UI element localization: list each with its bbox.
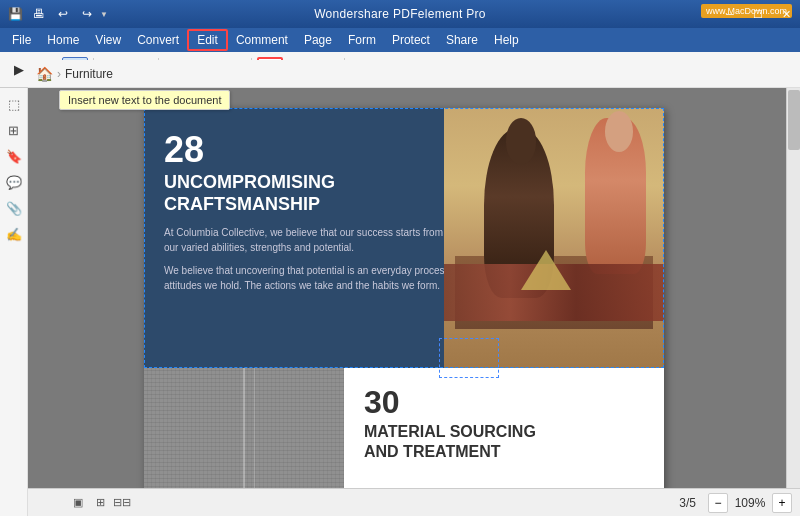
menu-page[interactable]: Page <box>296 29 340 51</box>
sidebar-signature[interactable]: ✍ <box>2 222 26 246</box>
titlebar: 💾 🖶 ↩ ↪ ▼ Wondershare PDFelement Pro www… <box>0 0 800 28</box>
quick-access-toolbar: 💾 🖶 ↩ ↪ ▼ <box>0 0 108 28</box>
zoom-level: 109% <box>732 496 768 510</box>
menubar: File Home View Convert Edit Comment Page… <box>0 28 800 52</box>
breadcrumb-separator: › <box>57 67 61 81</box>
sidebar-attachment[interactable]: 📎 <box>2 196 26 220</box>
continuous-view-button[interactable]: ⊟⊟ <box>112 493 132 513</box>
page-indicator: 3/5 <box>679 496 696 510</box>
save-button[interactable]: 💾 <box>4 3 26 25</box>
menu-home[interactable]: Home <box>39 29 87 51</box>
window-controls: ─ ☐ ✕ <box>716 0 800 28</box>
zoom-in-button[interactable]: + <box>772 493 792 513</box>
menu-edit[interactable]: Edit <box>187 29 228 51</box>
home-icon[interactable]: 🏠 <box>36 66 53 82</box>
menu-share[interactable]: Share <box>438 29 486 51</box>
page-view-controls: ▣ ⊞ ⊟⊟ <box>68 493 132 513</box>
menu-file[interactable]: File <box>4 29 39 51</box>
sidebar-select-tool[interactable]: ⬚ <box>2 92 26 116</box>
bottom-bar: ▣ ⊞ ⊟⊟ 3/5 − 109% + <box>28 488 800 516</box>
double-page-view-button[interactable]: ⊞ <box>90 493 110 513</box>
minimize-button[interactable]: ─ <box>716 0 744 28</box>
breadcrumb-path: Furniture <box>65 67 113 81</box>
tooltip: Insert new text to the document <box>59 90 230 110</box>
triangle-ruler <box>521 250 571 290</box>
close-button[interactable]: ✕ <box>772 0 800 28</box>
menu-form[interactable]: Form <box>340 29 384 51</box>
page-number-30: 30 <box>364 384 644 421</box>
menu-convert[interactable]: Convert <box>129 29 187 51</box>
scroll-thumb[interactable] <box>788 90 800 150</box>
sidebar-comment[interactable]: 💬 <box>2 170 26 194</box>
breadcrumb-bar: 🏠 › Furniture <box>28 60 800 88</box>
sidebar-thumbnail[interactable]: ⊞ <box>2 118 26 142</box>
section-title-sourcing: MATERIAL SOURCING <box>364 423 644 441</box>
menu-comment[interactable]: Comment <box>228 29 296 51</box>
pdf-page: 28 UNCOMPROMISINGCRAFTSMANSHIP At Columb… <box>144 108 664 516</box>
undo-button[interactable]: ↩ <box>52 3 74 25</box>
menu-view[interactable]: View <box>87 29 129 51</box>
vertical-scrollbar[interactable] <box>786 88 800 488</box>
menu-help[interactable]: Help <box>486 29 527 51</box>
maximize-button[interactable]: ☐ <box>744 0 772 28</box>
quick-access-dropdown[interactable]: ▼ <box>100 10 108 19</box>
workshop-image <box>444 108 664 368</box>
app-title: Wondershare PDFelement Pro <box>314 7 486 21</box>
sidebar-bookmark[interactable]: 🔖 <box>2 144 26 168</box>
single-page-view-button[interactable]: ▣ <box>68 493 88 513</box>
menu-protect[interactable]: Protect <box>384 29 438 51</box>
main-area: 28 UNCOMPROMISINGCRAFTSMANSHIP At Columb… <box>28 88 800 516</box>
object-selection-handle[interactable] <box>439 338 499 378</box>
figure-2-head <box>605 111 634 153</box>
section-subtitle: AND TREATMENT <box>364 443 644 461</box>
redo-button[interactable]: ↪ <box>76 3 98 25</box>
print-button[interactable]: 🖶 <box>28 3 50 25</box>
zoom-out-button[interactable]: − <box>708 493 728 513</box>
top-section: 28 UNCOMPROMISINGCRAFTSMANSHIP At Columb… <box>144 108 664 368</box>
workshop-scene-graphic <box>444 108 664 368</box>
left-sidebar: ⬚ ⊞ 🔖 💬 📎 ✍ › <box>0 88 28 516</box>
